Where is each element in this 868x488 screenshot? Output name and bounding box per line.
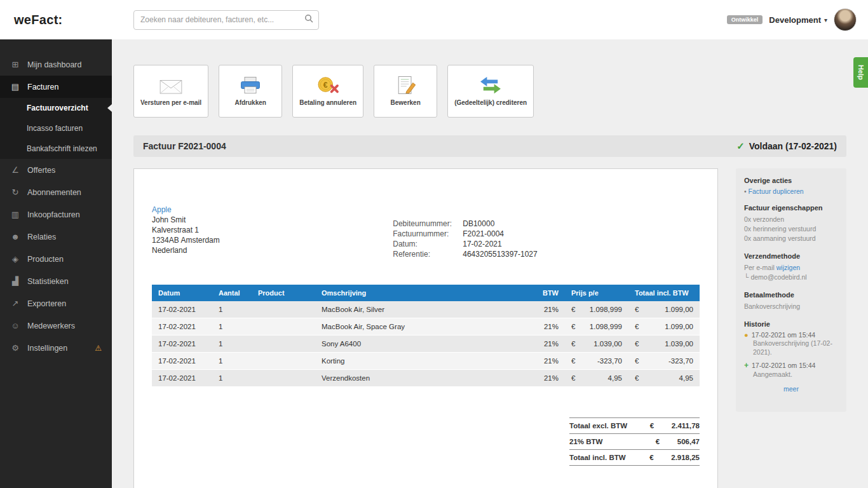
topbar: weFact: Ontwikkel Development ▾ xyxy=(0,0,868,39)
cell-aantal: 1 xyxy=(212,301,252,318)
cell-datum: 17-02-2021 xyxy=(152,370,212,386)
table-row[interactable]: 17-02-2021 1 Korting 21% €-323,70 €-323,… xyxy=(152,353,700,370)
shipping-method: Per e-mail xyxy=(744,264,775,271)
table-header-row: Datum Aantal Product Omschrijving BTW Pr… xyxy=(152,285,700,301)
cell-prijs: €1.098,999 xyxy=(565,301,628,318)
table-row[interactable]: 17-02-2021 1 MacBook Air, Silver 21% €1.… xyxy=(152,301,700,318)
property-sent: 0x verzonden xyxy=(744,215,838,224)
sidebar: ⊞ Mijn dashboard ▤ Facturen Factuuroverz… xyxy=(0,39,112,488)
invoice-preview: Apple John Smit Kalverstraat 1 1234AB Am… xyxy=(133,168,718,488)
sidebar-item-label: Producten xyxy=(27,255,64,264)
meta-label: Referentie: xyxy=(393,249,463,259)
sidebar-item-dashboard[interactable]: ⊞ Mijn dashboard xyxy=(0,53,112,76)
invoice-icon: ▤ xyxy=(10,82,20,92)
sidebar-subitem-incasso-facturen[interactable]: Incasso facturen xyxy=(0,118,112,139)
printer-icon xyxy=(239,76,262,95)
sidebar-item-instellingen[interactable]: ⚙ Instellingen ⚠ xyxy=(0,337,112,359)
credit-button[interactable]: (Gedeeltelijk) crediteren xyxy=(447,65,534,118)
cell-btw: 21% xyxy=(532,301,565,318)
debtor-number: DB10000 xyxy=(463,219,494,229)
col-header-totaal: Totaal incl. BTW xyxy=(628,285,700,301)
sidebar-item-abonnementen[interactable]: ↻ Abonnementen xyxy=(0,181,112,203)
change-shipping-link[interactable]: wijzigen xyxy=(776,264,800,271)
purchase-invoices-icon: ▥ xyxy=(10,210,20,219)
quotes-icon: ∠ xyxy=(10,165,20,175)
invoice-properties-title: Factuur eigenschappen xyxy=(744,204,838,212)
products-icon: ◈ xyxy=(10,254,20,264)
user-avatar[interactable] xyxy=(834,8,857,31)
edit-button[interactable]: Bewerken xyxy=(374,65,437,118)
history-desc: Bankoverschrijving (17-02-2021). xyxy=(744,339,838,356)
payment-method-title: Betaalmethode xyxy=(744,291,838,299)
sidebar-item-statistieken[interactable]: ▟ Statistieken xyxy=(0,270,112,292)
chevron-down-icon: ▾ xyxy=(824,17,827,24)
button-label: Bewerken xyxy=(391,99,421,107)
currency-symbol: € xyxy=(635,374,639,382)
send-email-button[interactable]: Versturen per e-mail xyxy=(133,65,208,118)
more-history-link[interactable]: meer xyxy=(783,385,799,393)
sidebar-item-inkoopfacturen[interactable]: ▥ Inkoopfacturen xyxy=(0,203,112,226)
cancel-payment-button[interactable]: € Betaling annuleren xyxy=(292,65,363,118)
customer-contact: John Smit xyxy=(152,215,393,225)
invoice-meta: Debiteurnummer: DB10000 Factuurnummer: F… xyxy=(393,219,537,259)
subitem-label: Factuuroverzicht xyxy=(27,104,88,112)
cell-btw: 21% xyxy=(532,370,565,386)
button-label: Versturen per e-mail xyxy=(140,99,201,107)
history-desc: Aangemaakt. xyxy=(744,370,838,379)
environment-dropdown[interactable]: Development ▾ xyxy=(769,15,827,25)
sidebar-item-label: Facturen xyxy=(27,83,58,92)
cell-product xyxy=(252,370,315,386)
sidebar-subitem-factuuroverzicht[interactable]: Factuuroverzicht xyxy=(0,98,112,118)
invoice-totals: Totaal excl. BTW € 2.411,78 21% BTW € 50… xyxy=(569,417,700,466)
duplicate-invoice-link[interactable]: Factuur dupliceren xyxy=(749,187,804,195)
cell-aantal: 1 xyxy=(212,336,252,352)
active-item-arrow-icon xyxy=(107,104,112,112)
invoice-status: ✓ Voldaan (17-02-2021) xyxy=(736,140,837,152)
wefact-logo: weFact: xyxy=(0,13,112,27)
col-header-omschrijving: Omschrijving xyxy=(315,285,532,301)
search-input[interactable] xyxy=(140,15,304,24)
history-time: 17-02-2021 om 15:44 xyxy=(752,362,815,369)
sidebar-item-facturen[interactable]: ▤ Facturen xyxy=(0,76,112,98)
cell-datum: 17-02-2021 xyxy=(152,353,212,369)
sidebar-item-label: Relaties xyxy=(27,233,56,241)
meta-label: Factuurnummer: xyxy=(393,229,463,239)
search-icon xyxy=(304,14,313,25)
sidebar-item-producten[interactable]: ◈ Producten xyxy=(0,248,112,270)
topbar-right: Ontwikkel Development ▾ xyxy=(727,8,868,31)
history-entry: ● 17-02-2021 om 15:44 Bankoverschrijving… xyxy=(744,331,838,356)
subitem-label: Incasso facturen xyxy=(27,124,83,133)
currency-symbol: € xyxy=(571,374,575,382)
print-button[interactable]: Afdrukken xyxy=(219,65,282,118)
global-search[interactable] xyxy=(133,10,319,30)
shipping-method-title: Verzendmethode xyxy=(744,252,838,260)
sidebar-subitem-bankafschrift-inlezen[interactable]: Bankafschrift inlezen xyxy=(0,139,112,159)
invoice-side-panel: Overige acties • Factuur dupliceren Fact… xyxy=(736,168,846,412)
cell-datum: 17-02-2021 xyxy=(152,318,212,335)
table-row[interactable]: 17-02-2021 1 MacBook Air, Space Gray 21%… xyxy=(152,318,700,336)
environment-name: Development xyxy=(769,15,821,25)
sidebar-item-relaties[interactable]: ☻ Relaties xyxy=(0,226,112,248)
cell-prijs: €-323,70 xyxy=(565,353,628,369)
sidebar-item-label: Offertes xyxy=(27,166,55,175)
sidebar-item-offertes[interactable]: ∠ Offertes xyxy=(0,159,112,181)
invoice-status-bar: Factuur F2021-0004 ✓ Voldaan (17-02-2021… xyxy=(133,135,846,157)
cell-datum: 17-02-2021 xyxy=(152,301,212,318)
sidebar-item-medewerkers[interactable]: ☺ Medewerkers xyxy=(0,315,112,337)
invoice-lines-table: Datum Aantal Product Omschrijving BTW Pr… xyxy=(152,285,700,387)
sidebar-item-exporteren[interactable]: ↗ Exporteren xyxy=(0,292,112,315)
table-row[interactable]: 17-02-2021 1 Sony A6400 21% €1.039,00 €1… xyxy=(152,336,700,353)
currency-symbol: € xyxy=(635,340,639,348)
total-incl-btw: Totaal incl. BTW € 2.918,25 xyxy=(569,449,700,466)
gear-icon: ⚙ xyxy=(10,343,20,353)
customer-name-link[interactable]: Apple xyxy=(152,205,393,215)
button-label: (Gedeeltelijk) crediteren xyxy=(454,99,527,107)
help-tab[interactable]: Help xyxy=(853,57,868,88)
cell-btw: 21% xyxy=(532,353,565,369)
other-actions-title: Overige acties xyxy=(744,177,838,184)
sidebar-item-label: Inkoopfacturen xyxy=(27,210,80,219)
statistics-icon: ▟ xyxy=(10,276,20,286)
table-row[interactable]: 17-02-2021 1 Verzendkosten 21% €4,95 €4,… xyxy=(152,370,700,387)
corner-icon: └ xyxy=(744,273,749,281)
sidebar-item-label: Mijn dashboard xyxy=(27,60,81,69)
